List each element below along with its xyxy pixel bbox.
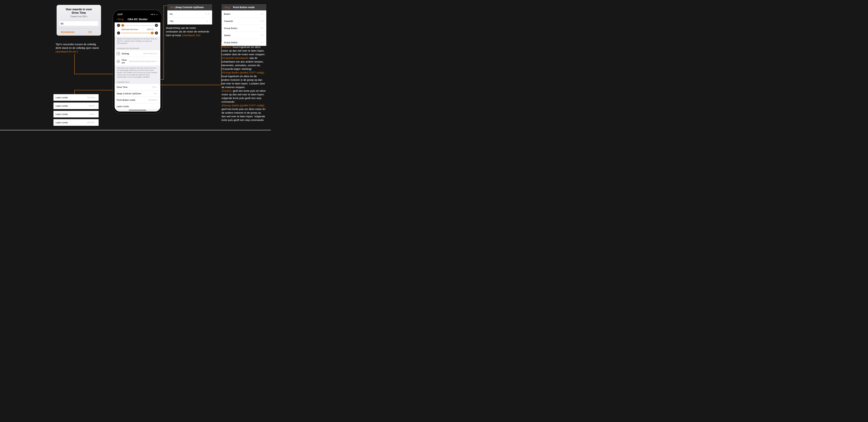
connector-line	[160, 85, 221, 85]
plus-button[interactable]: +	[155, 31, 158, 34]
chevron-right-icon: ›	[157, 105, 158, 108]
alert-title: Voer waarde in voor Drive Time	[59, 8, 99, 15]
connector-line	[160, 79, 164, 80]
chevron-right-icon: ›	[263, 34, 264, 37]
chevron-right-icon: ›	[96, 121, 96, 124]
phone-mock: 12:07 ••ll ᯤ ▮ ‹ Terug CBA-DC Shutter − …	[113, 10, 162, 113]
push-option-casambi[interactable]: Casambi 1 ✓	[221, 18, 266, 25]
minus-button[interactable]: −	[117, 31, 120, 34]
chevron-right-icon: ›	[96, 105, 96, 107]
timeout-icon: ⊘	[117, 60, 120, 63]
dim-label: Maximaal dimniveau	[122, 28, 138, 30]
status-icons: ••ll ᯤ ▮	[151, 13, 158, 16]
row-swap-controls[interactable]: Swap Controls Up/Down No ›	[115, 90, 160, 97]
push-panel: ‹ Terug Push Button mode Button 0 › Casa…	[221, 4, 266, 46]
panel-title: Push Button mode	[223, 6, 265, 9]
dim-value: 100.0 %	[147, 28, 153, 30]
chevron-right-icon: ›	[96, 96, 96, 99]
connector-line	[74, 74, 115, 74]
chevron-right-icon: ›	[96, 113, 96, 115]
row-learn-limits[interactable]: Learn Limits ›	[115, 103, 160, 110]
chevron-right-icon: ›	[263, 41, 264, 44]
alert-subtitle: Tussen 0 en 255 s	[59, 15, 99, 18]
chevron-right-icon: ›	[157, 92, 158, 95]
chevron-right-icon: ›	[157, 99, 158, 101]
chevron-right-icon: ›	[209, 20, 210, 22]
max-dim-slider[interactable]	[122, 33, 153, 33]
min-dim-slider[interactable]	[122, 25, 153, 26]
learn-limits-row[interactable]: Learn Limits abort? ›	[54, 103, 99, 109]
caption-push: 0/Button; houd ingedrukt om déze motor o…	[221, 45, 269, 122]
notch	[127, 11, 148, 16]
chevron-right-icon: ›	[263, 12, 264, 15]
push-option-button[interactable]: Button 0 ›	[221, 10, 266, 18]
connector-line	[74, 90, 115, 90]
status-time: 12:07	[117, 13, 123, 16]
ok-button[interactable]: OK	[79, 29, 101, 36]
home-indicator	[129, 110, 146, 111]
divider	[0, 130, 271, 130]
help-icon[interactable]: ?	[157, 108, 160, 111]
row-push-button-mode[interactable]: Push Button mode Casambi ›	[115, 97, 160, 103]
drive-time-alert: Voer waarde in voor Drive Time Tussen 0 …	[57, 5, 101, 36]
section-header-manual: HANDMATIGE BEDIENING	[115, 46, 160, 50]
panel-title: Swap Controls Up/Down	[169, 6, 210, 9]
cancel-button[interactable]: Annuleren	[57, 29, 79, 36]
behavior-icon: ↯	[117, 52, 120, 55]
minus-button[interactable]: −	[117, 24, 120, 27]
push-option-group-switch[interactable]: Group Switch 4 ›	[221, 39, 266, 46]
push-option-switch[interactable]: Switch 3 ›	[221, 32, 266, 39]
connector-line	[74, 54, 75, 74]
page-title: CBA-DC Shutter	[117, 18, 159, 21]
connector-line	[163, 5, 164, 80]
chevron-right-icon: ›	[157, 60, 158, 63]
check-icon: ✓	[262, 20, 264, 22]
chevron-right-icon: ›	[157, 52, 158, 55]
learn-limits-row[interactable]: Learn Limits sure? ›	[54, 111, 99, 117]
caption-swap: draairichting van de motor omdraaien als…	[166, 26, 216, 37]
check-icon: ✓	[208, 12, 210, 15]
row-timeout[interactable]: ⊘ Time-out Standaardinstelling gebruiken…	[115, 57, 160, 66]
drive-time-input[interactable]	[59, 21, 99, 26]
manual-description: Selecteert wat er gebeurt wanneer de tim…	[115, 66, 160, 80]
swap-panel: ‹ Terug Swap Controls Up/Down No 0 ✓ Yes…	[167, 4, 212, 25]
learn-limits-row[interactable]: Learn Limits aborted! ›	[54, 119, 99, 126]
connector-line	[163, 5, 167, 6]
row-gedrag[interactable]: ↯ Gedrag Geen time-out ›	[115, 50, 160, 57]
swap-option-yes[interactable]: Yes 1 ›	[167, 18, 212, 25]
chevron-right-icon: ›	[157, 86, 158, 88]
learn-limits-row[interactable]: Learn Limits learning ›	[54, 94, 99, 101]
dim-description: Beperkt het fysieke dimbereik van de lam…	[115, 37, 160, 46]
section-header-params: PARAMETERS	[115, 80, 160, 84]
chevron-right-icon: ›	[263, 27, 264, 30]
learn-limits-states: Learn Limits learning › Learn Limits abo…	[54, 94, 99, 128]
push-option-group-button[interactable]: Group Button 2 ›	[221, 25, 266, 32]
caption-drivetime: Tijd in seconden tussen de volledig dich…	[56, 43, 104, 53]
swap-option-no[interactable]: No 0 ✓	[167, 10, 212, 18]
plus-button[interactable]: +	[155, 24, 158, 27]
row-drive-time[interactable]: Drive Time 60 s ›	[115, 84, 160, 90]
nav-bar: ‹ Terug CBA-DC Shutter	[115, 17, 160, 22]
